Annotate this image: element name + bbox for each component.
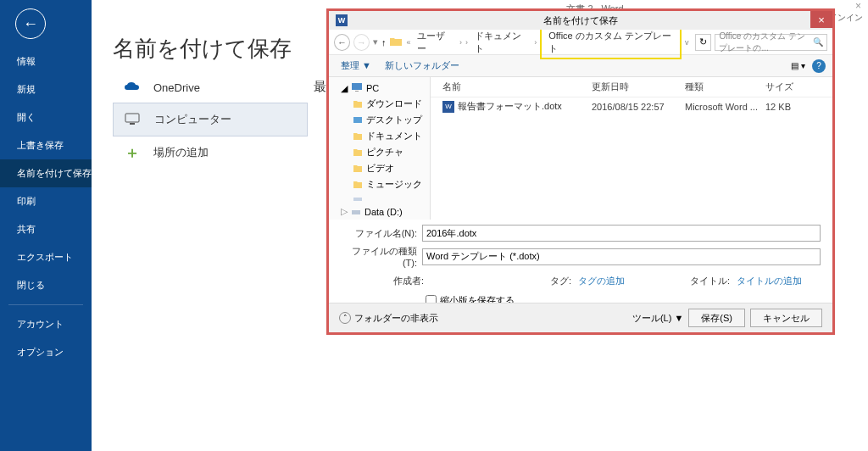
svg-rect-2 [352,83,362,90]
col-name[interactable]: 名前 [431,81,592,93]
tags-label: タグ: [522,275,571,287]
folder-icon [389,36,403,48]
backstage-sidebar: ← 情報 新規 開く 上書き保存 名前を付けて保存 印刷 共有 エクスポート 閉… [0,0,92,451]
crumb-documents[interactable]: ドキュメント [471,28,531,57]
crumb-templates[interactable]: Office のカスタム テンプレート [540,25,682,59]
help-icon[interactable]: ? [812,59,826,73]
nav-recent-icon[interactable]: ▾ [373,36,378,47]
save-button[interactable]: 保存(S) [688,309,745,327]
tree-music[interactable]: ミュージック [329,176,430,192]
chevron-up-icon: ˄ [339,312,351,324]
filetype-select[interactable] [422,248,821,265]
arrow-left-icon: ← [23,15,38,33]
cloud-icon [123,81,142,94]
sidebar-item-share[interactable]: 共有 [0,215,92,243]
target-computer[interactable]: コンピューター [113,103,308,136]
monitor-icon [351,82,363,94]
file-list: 名前 更新日時 種類 サイズ W報告書フォーマット.dotx 2016/08/1… [431,77,832,220]
save-dialog: W 名前を付けて保存 × ← → ▾ ↑ « ユーザー › › ドキュメント ›… [326,8,835,335]
tree-pc[interactable]: ◢PC [329,81,430,96]
col-size[interactable]: サイズ [765,81,832,93]
dialog-title: 名前を付けて保存 [543,14,618,27]
sidebar-item-save[interactable]: 上書き保存 [0,131,92,159]
sidebar-item-new[interactable]: 新規 [0,75,92,103]
search-input[interactable]: Office のカスタム テンプレートの... 🔍 [715,34,827,51]
tree-pictures[interactable]: ピクチャ [329,144,430,160]
nav-bar: ← → ▾ ↑ « ユーザー › › ドキュメント › Office のカスタム… [329,30,832,55]
folder-toggle[interactable]: ˄ フォルダーの非表示 [339,312,438,325]
sidebar-item-open[interactable]: 開く [0,103,92,131]
sidebar-item-account[interactable]: アカウント [0,310,92,338]
nav-tree: ◢PC ダウンロード デスクトップ ドキュメント ピクチャ ビデオ ミュージック… [329,77,431,220]
author-label: 作成者: [375,275,424,287]
word-app-icon: W [336,14,348,26]
title-add-link[interactable]: タイトルの追加 [737,275,802,287]
target-onedrive[interactable]: OneDrive [113,72,308,103]
window-close-icon[interactable]: × [855,0,861,12]
svg-rect-4 [353,117,362,123]
word-doc-icon: W [442,101,454,113]
sidebar-item-options[interactable]: オプション [0,338,92,366]
sidebar-item-export[interactable]: エクスポート [0,243,92,271]
target-onedrive-label: OneDrive [153,81,200,94]
tree-documents[interactable]: ドキュメント [329,128,430,144]
nav-back-icon[interactable]: ← [334,34,350,51]
nav-forward-icon[interactable]: → [353,34,370,51]
svg-rect-3 [355,91,359,92]
filename-label: ファイル名(N): [341,227,422,240]
save-targets: OneDrive コンピューター ＋ 場所の追加 [113,72,308,169]
view-options-icon[interactable]: ▤ ▾ [791,61,805,70]
col-date[interactable]: 更新日時 [592,81,685,93]
tree-videos[interactable]: ビデオ [329,160,430,176]
tools-dropdown[interactable]: ツール(L) ▼ [632,312,683,325]
recent-heading: 最 [314,79,326,95]
tree-downloads[interactable]: ダウンロード [329,96,430,112]
refresh-icon[interactable]: ↻ [695,34,711,51]
nav-up-icon[interactable]: ↑ [381,37,387,47]
svg-rect-5 [353,198,362,201]
back-button[interactable]: ← [15,8,46,39]
tags-add-link[interactable]: タグの追加 [578,275,625,287]
organize-button[interactable]: 整理 ▼ [336,58,376,74]
svg-rect-1 [130,123,135,125]
dialog-titlebar: W 名前を付けて保存 × [329,11,832,30]
sidebar-item-saveas[interactable]: 名前を付けて保存 [0,159,92,187]
title-label: タイトル: [681,275,730,287]
computer-icon [124,113,142,126]
tree-desktop[interactable]: デスクトップ [329,112,430,128]
sidebar-item-info[interactable]: 情報 [0,47,92,75]
sidebar-item-print[interactable]: 印刷 [0,187,92,215]
target-add-place-label: 場所の追加 [153,145,209,160]
target-add-place[interactable]: ＋ 場所の追加 [113,136,308,169]
dialog-footer: ˄ フォルダーの非表示 ツール(L) ▼ 保存(S) キャンセル [329,303,832,332]
target-computer-label: コンピューター [154,112,231,127]
svg-rect-6 [352,210,360,214]
tree-drive[interactable] [329,192,430,204]
crumb-users[interactable]: ユーザー [414,28,455,57]
sidebar-item-close[interactable]: 閉じる [0,271,92,299]
svg-rect-0 [125,114,139,122]
col-type[interactable]: 種類 [685,81,765,93]
tree-data-d[interactable]: ▷Data (D:) [329,204,430,219]
new-folder-button[interactable]: 新しいフォルダー [380,58,465,74]
file-row[interactable]: W報告書フォーマット.dotx 2016/08/15 22:57 Microso… [431,97,832,115]
page-title: 名前を付けて保存 [113,34,292,64]
cancel-button[interactable]: キャンセル [750,309,822,327]
filename-input[interactable] [422,225,821,242]
filetype-label: ファイルの種類(T): [341,245,422,268]
plus-icon: ＋ [123,146,142,159]
dialog-close-button[interactable]: × [810,11,832,28]
search-icon: 🔍 [813,37,823,47]
file-header: 名前 更新日時 種類 サイズ [431,77,832,97]
